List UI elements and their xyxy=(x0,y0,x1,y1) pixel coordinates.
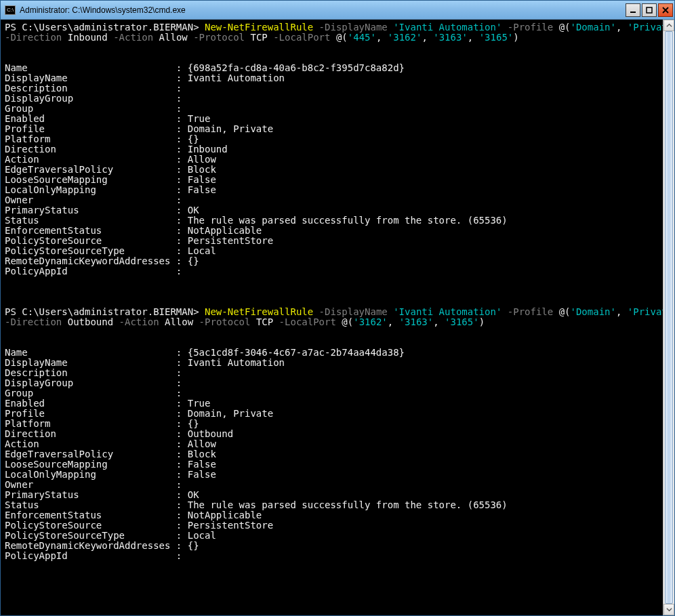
cmd-window: C:\ Administrator: C:\Windows\system32\c… xyxy=(0,0,675,616)
chevron-down-icon xyxy=(666,607,672,613)
minimize-button[interactable] xyxy=(626,3,640,17)
window-title: Administrator: C:\Windows\system32\cmd.e… xyxy=(20,5,626,15)
scroll-up-button[interactable] xyxy=(663,20,674,31)
maximize-button[interactable] xyxy=(642,3,657,17)
terminal-wrap: PS C:\Users\administrator.BIERMAN> New-N… xyxy=(1,20,674,615)
close-icon xyxy=(662,7,669,14)
scroll-down-button[interactable] xyxy=(663,604,674,615)
maximize-icon xyxy=(646,7,653,14)
scroll-thumb[interactable] xyxy=(665,31,673,604)
window-buttons xyxy=(626,3,673,17)
chevron-up-icon xyxy=(666,22,672,28)
close-button[interactable] xyxy=(658,3,673,17)
titlebar[interactable]: C:\ Administrator: C:\Windows\system32\c… xyxy=(1,1,674,20)
svg-rect-1 xyxy=(647,7,652,13)
terminal-output[interactable]: PS C:\Users\administrator.BIERMAN> New-N… xyxy=(1,20,663,615)
svg-rect-0 xyxy=(630,12,636,13)
scroll-track[interactable] xyxy=(663,31,674,604)
cmd-icon: C:\ xyxy=(5,5,16,15)
scrollbar[interactable] xyxy=(663,20,674,615)
minimize-icon xyxy=(630,7,636,14)
